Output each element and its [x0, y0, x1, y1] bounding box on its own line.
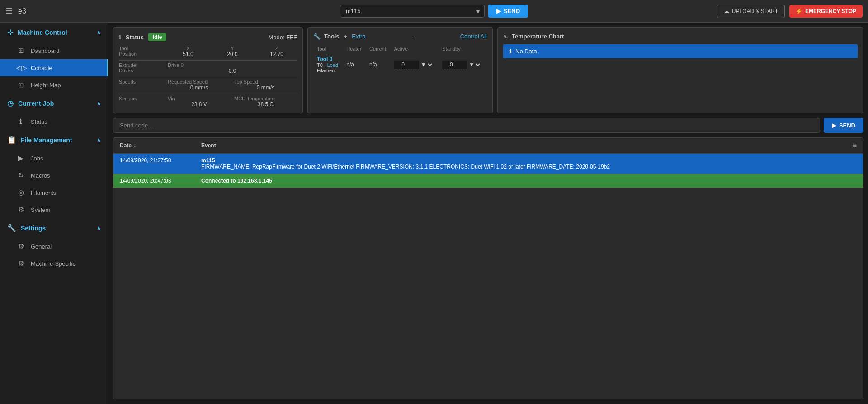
col-tool-header: Tool	[313, 44, 343, 53]
tool-label: Tool Position	[119, 46, 164, 57]
command-select[interactable]: m115	[340, 5, 485, 18]
tool0-name: Tool 0	[317, 56, 339, 62]
no-data-label: No Data	[515, 48, 537, 55]
macros-label: Macros	[31, 172, 50, 179]
log-header-row: Date ↓ Event ≡	[113, 138, 863, 154]
log-event-header: Event	[201, 142, 853, 149]
col-current-header: Current	[366, 44, 391, 53]
tools-plus: +	[344, 33, 348, 40]
log-row-event: Connected to 192.168.1.145	[201, 178, 857, 184]
sidebar: ⊹ Machine Control ∧ ⊞ Dashboard ◁▷ Conso…	[0, 23, 108, 404]
col-heater-header: Heater	[343, 44, 366, 53]
chart-icon: ∿	[503, 33, 508, 40]
console-icon: ◁▷	[16, 64, 25, 72]
sidebar-item-general[interactable]: ⚙ General	[0, 238, 108, 255]
lightning-icon: ⚡	[796, 8, 802, 14]
active-input[interactable]	[394, 61, 419, 69]
main-layout: ⊹ Machine Control ∧ ⊞ Dashboard ◁▷ Conso…	[0, 23, 868, 404]
tools-panel: 🔧 Tools + Extra · Control All Tool Heate…	[307, 27, 493, 113]
status-panel: ℹ Status Idle Mode: FFF Tool Position X …	[113, 27, 303, 113]
status-panel-title: Status	[126, 34, 144, 41]
settings-icon: 🔧	[7, 224, 16, 232]
sidebar-item-status[interactable]: ℹ Status	[0, 113, 108, 130]
active-cell[interactable]: ▼	[391, 53, 439, 76]
active-unit-select[interactable]: ▼	[419, 61, 434, 68]
height-map-icon: ⊞	[16, 81, 25, 89]
control-all-separator: ·	[412, 33, 414, 40]
machine-specific-label: Machine-Specific	[31, 260, 75, 267]
current-job-chevron: ∧	[97, 100, 101, 107]
general-label: General	[31, 243, 52, 250]
sidebar-item-height-map[interactable]: ⊞ Height Map	[0, 76, 108, 94]
sidebar-group-settings[interactable]: 🔧 Settings ∧	[0, 218, 108, 238]
z-col: Z 12.70	[256, 46, 297, 57]
dashboard-icon: ⊞	[16, 47, 25, 55]
tool0-cell: Tool 0 T0 - Load Filament	[313, 53, 343, 76]
mcu-temp-col: MCU Temperature 38.5 C	[234, 96, 297, 108]
menu-icon[interactable]: ☰	[5, 6, 13, 16]
app-name: e3	[18, 7, 26, 15]
sidebar-item-macros[interactable]: ↻ Macros	[0, 167, 108, 184]
jobs-label: Jobs	[31, 155, 43, 162]
current-job-icon: ◷	[7, 99, 14, 108]
file-management-chevron: ∧	[97, 137, 101, 143]
load-link[interactable]: Load	[327, 62, 338, 68]
standby-cell[interactable]: ▼	[439, 53, 487, 76]
status-icon: ℹ	[16, 117, 25, 126]
send-code-button[interactable]: ▶ SEND	[824, 118, 863, 133]
machine-control-icon: ⊹	[7, 28, 13, 37]
extruder-label: Extruder Drives	[119, 62, 164, 74]
status-info-icon: ℹ	[119, 34, 121, 41]
settings-chevron: ∧	[97, 225, 101, 231]
sidebar-item-filaments[interactable]: ◎ Filaments	[0, 184, 108, 201]
sidebar-group-current-job[interactable]: ◷ Current Job ∧	[0, 94, 108, 113]
sidebar-section-machine-control: ⊹ Machine Control ∧ ⊞ Dashboard ◁▷ Conso…	[0, 23, 108, 94]
topbar-send-button[interactable]: ▶ SEND	[488, 5, 528, 18]
x-col: X 51.0	[168, 46, 208, 57]
sidebar-item-console[interactable]: ◁▷ Console	[0, 59, 108, 76]
current-cell: n/a	[366, 53, 391, 76]
topbar: ☰ e3 m115 ▼ ▶ SEND ☁ UPLOAD & START ⚡ EM…	[0, 0, 868, 23]
standby-input[interactable]	[442, 61, 467, 69]
sort-icon: ↓	[133, 142, 136, 149]
sidebar-group-file-management[interactable]: 📋 File Management ∧	[0, 130, 108, 150]
standby-unit-select[interactable]: ▼	[467, 61, 481, 68]
log-row: 14/09/2020, 21:27:58 m115 FIRMWARE_NAME:…	[113, 154, 863, 174]
sidebar-item-jobs[interactable]: ▶ Jobs	[0, 150, 108, 167]
sidebar-item-machine-specific[interactable]: ⚙ Machine-Specific	[0, 255, 108, 272]
tool0-sub: T0 - Load Filament	[317, 62, 339, 73]
send-code-bar: Send code... ▶ SEND	[113, 118, 863, 133]
temp-chart-panel: ∿ Temperature Chart ℹ No Data	[497, 27, 863, 113]
send-icon: ▶	[496, 8, 501, 14]
settings-label: Settings	[21, 225, 46, 232]
tools-panel-header: 🔧 Tools + Extra · Control All	[313, 33, 487, 40]
active-select-wrap: ▼	[394, 61, 435, 69]
send-code-select[interactable]: Send code...	[113, 118, 820, 133]
filaments-icon: ◎	[16, 188, 25, 197]
control-all-link[interactable]: Control All	[460, 33, 487, 40]
upload-start-button[interactable]: ☁ UPLOAD & START	[717, 5, 785, 18]
sidebar-item-dashboard[interactable]: ⊞ Dashboard	[0, 42, 108, 59]
log-row: 14/09/2020, 20:47:03 Connected to 192.16…	[113, 174, 863, 188]
tools-extra-link[interactable]: Extra	[352, 33, 365, 40]
filaments-label: Filaments	[31, 189, 56, 196]
tools-title: Tools	[324, 33, 340, 40]
log-row-date: 14/09/2020, 20:47:03	[120, 178, 201, 184]
sensors-label: Sensors	[119, 96, 164, 108]
sidebar-section-current-job: ◷ Current Job ∧ ℹ Status	[0, 94, 108, 130]
log-event-title: m115	[201, 157, 857, 164]
requested-speed-col: Requested Speed 0 mm/s	[168, 79, 231, 91]
current-job-label: Current Job	[18, 100, 54, 107]
log-filter-icon[interactable]: ≡	[853, 141, 857, 150]
emergency-stop-button[interactable]: ⚡ EMERGENCY STOP	[789, 5, 863, 18]
speeds-label: Speeds	[119, 79, 164, 91]
command-wrapper: m115 ▼ ▶ SEND	[340, 5, 528, 18]
sidebar-group-machine-control[interactable]: ⊹ Machine Control ∧	[0, 23, 108, 42]
height-map-label: Height Map	[31, 82, 61, 89]
dashboard-label: Dashboard	[31, 47, 60, 54]
log-date-header[interactable]: Date ↓	[120, 142, 201, 149]
temp-panel-header: ∿ Temperature Chart	[503, 33, 858, 40]
top-panels: ℹ Status Idle Mode: FFF Tool Position X …	[113, 27, 863, 113]
drive0-col: Drive 0 0.0	[168, 62, 297, 74]
sidebar-item-system[interactable]: ⚙ System	[0, 201, 108, 218]
